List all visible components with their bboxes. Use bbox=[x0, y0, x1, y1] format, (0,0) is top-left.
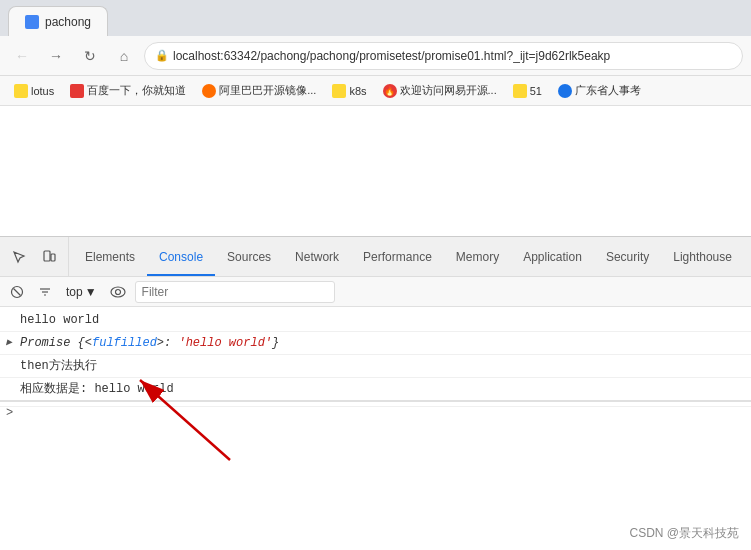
bookmark-icon bbox=[70, 84, 84, 98]
bookmark-guangdong[interactable]: 广东省人事考 bbox=[552, 81, 647, 100]
context-dropdown-icon: ▼ bbox=[85, 285, 97, 299]
nav-bar: ← → ↻ ⌂ 🔒 localhost:63342/pachong/pachon… bbox=[0, 36, 751, 76]
tab-lighthouse[interactable]: Lighthouse bbox=[661, 240, 744, 276]
tab-favicon bbox=[25, 15, 39, 29]
console-text: then方法执行 bbox=[20, 359, 97, 373]
forward-button[interactable]: → bbox=[42, 42, 70, 70]
bookmarks-bar: lotus 百度一下，你就知道 阿里巴巴开源镜像... k8s 🔥 欢迎访问网易… bbox=[0, 76, 751, 106]
bookmark-baidu[interactable]: 百度一下，你就知道 bbox=[64, 81, 192, 100]
bookmark-icon bbox=[202, 84, 216, 98]
browser-tab[interactable]: pachong bbox=[8, 6, 108, 36]
tab-network[interactable]: Network bbox=[283, 240, 351, 276]
bookmark-label: 阿里巴巴开源镜像... bbox=[219, 83, 316, 98]
bookmark-icon: 🔥 bbox=[383, 84, 397, 98]
tab-security[interactable]: Security bbox=[594, 240, 661, 276]
bookmark-51[interactable]: 51 bbox=[507, 82, 548, 100]
bookmark-lotus[interactable]: lotus bbox=[8, 82, 60, 100]
expand-triangle-icon[interactable]: ▶ bbox=[6, 334, 12, 352]
console-line-hello-world: hello world bbox=[0, 309, 751, 332]
tab-memory[interactable]: Memory bbox=[444, 240, 511, 276]
home-button[interactable]: ⌂ bbox=[110, 42, 138, 70]
svg-line-3 bbox=[14, 288, 21, 295]
console-line-then: then方法执行 bbox=[0, 355, 751, 378]
svg-rect-1 bbox=[51, 254, 55, 261]
browser-window: pachong ← → ↻ ⌂ 🔒 localhost:63342/pachon… bbox=[0, 0, 751, 550]
bookmark-icon bbox=[513, 84, 527, 98]
devtools-panel: Elements Console Sources Network Perform… bbox=[0, 236, 751, 550]
bookmark-k8s[interactable]: k8s bbox=[326, 82, 372, 100]
tab-bar: pachong bbox=[0, 0, 751, 36]
address-bar[interactable]: 🔒 localhost:63342/pachong/pachong/promis… bbox=[144, 42, 743, 70]
bookmark-icon bbox=[332, 84, 346, 98]
bookmark-icon bbox=[14, 84, 28, 98]
lock-icon: 🔒 bbox=[155, 49, 169, 62]
bookmark-label: 百度一下，你就知道 bbox=[87, 83, 186, 98]
context-selector[interactable]: top ▼ bbox=[62, 283, 101, 301]
bookmark-icon bbox=[558, 84, 572, 98]
bookmark-label: 广东省人事考 bbox=[575, 83, 641, 98]
svg-point-8 bbox=[115, 289, 120, 294]
console-text: 相应数据是: hello world bbox=[20, 382, 174, 396]
devtools-icons bbox=[0, 237, 69, 276]
bookmark-alibaba[interactable]: 阿里巴巴开源镜像... bbox=[196, 81, 322, 100]
back-button[interactable]: ← bbox=[8, 42, 36, 70]
tab-elements[interactable]: Elements bbox=[73, 240, 147, 276]
watermark: CSDN @景天科技苑 bbox=[629, 525, 739, 542]
devtools-toolbar: Elements Console Sources Network Perform… bbox=[0, 237, 751, 277]
bookmark-wangyi[interactable]: 🔥 欢迎访问网易开源... bbox=[377, 81, 503, 100]
clear-console-icon[interactable] bbox=[6, 281, 28, 303]
tab-title: pachong bbox=[45, 15, 91, 29]
tab-console[interactable]: Console bbox=[147, 240, 215, 276]
bookmark-label: lotus bbox=[31, 85, 54, 97]
devtools-tabs: Elements Console Sources Network Perform… bbox=[69, 237, 744, 276]
console-line-data: 相应数据是: hello world bbox=[0, 378, 751, 402]
eye-icon[interactable] bbox=[107, 281, 129, 303]
filter-input[interactable] bbox=[135, 281, 335, 303]
console-line-promise: ▶ Promise {<fulfilled>: 'hello world'} bbox=[0, 332, 751, 355]
console-text: hello world bbox=[20, 313, 99, 327]
device-icon[interactable] bbox=[36, 244, 62, 270]
console-prompt-line[interactable]: > bbox=[0, 402, 751, 407]
svg-point-7 bbox=[111, 287, 125, 297]
reload-button[interactable]: ↻ bbox=[76, 42, 104, 70]
svg-rect-0 bbox=[44, 251, 50, 261]
prompt-caret-icon: > bbox=[6, 404, 13, 422]
page-content bbox=[0, 106, 751, 236]
address-text: localhost:63342/pachong/pachong/promiset… bbox=[173, 49, 610, 63]
tab-application[interactable]: Application bbox=[511, 240, 594, 276]
bookmark-label: k8s bbox=[349, 85, 366, 97]
bookmark-label: 欢迎访问网易开源... bbox=[400, 83, 497, 98]
promise-text: Promise {<fulfilled>: 'hello world'} bbox=[20, 336, 279, 350]
console-toolbar: top ▼ bbox=[0, 277, 751, 307]
console-output: hello world ▶ Promise {<fulfilled>: 'hel… bbox=[0, 307, 751, 550]
inspect-icon[interactable] bbox=[6, 244, 32, 270]
tab-performance[interactable]: Performance bbox=[351, 240, 444, 276]
filter-icon[interactable] bbox=[34, 281, 56, 303]
context-value: top bbox=[66, 285, 83, 299]
tab-sources[interactable]: Sources bbox=[215, 240, 283, 276]
bookmark-label: 51 bbox=[530, 85, 542, 97]
